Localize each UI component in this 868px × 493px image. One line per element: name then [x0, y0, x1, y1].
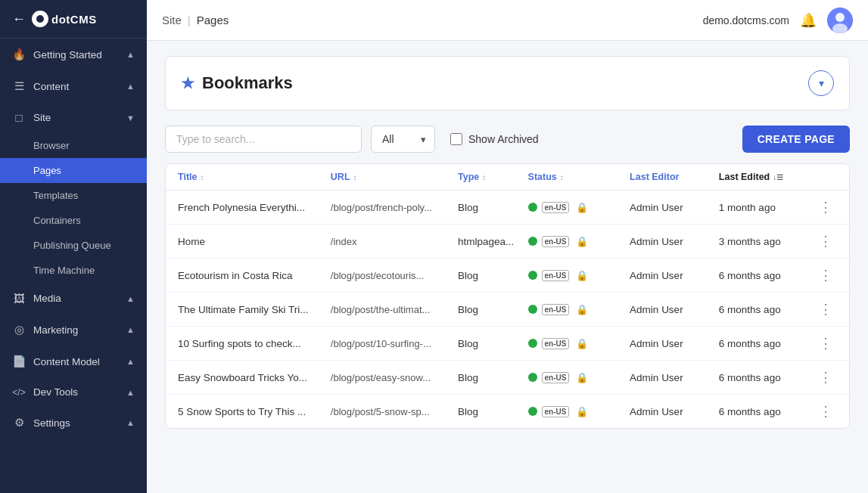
logo-dot-inner — [36, 15, 44, 23]
chevron-up-icon: ▲ — [126, 357, 135, 366]
cell-last-edited: 1 month ago — [719, 202, 814, 213]
sidebar-item-templates[interactable]: Templates — [0, 183, 147, 208]
chevron-down-icon: ▼ — [126, 113, 135, 122]
cell-url: /blog/post/10-surfing-... — [331, 338, 458, 349]
svg-point-1 — [835, 13, 845, 22]
sort-icon: ↕ — [353, 173, 357, 181]
sidebar-item-site[interactable]: □ Site ▼ — [0, 102, 147, 133]
sort-icon: ↕ — [482, 173, 486, 181]
filter-select[interactable]: All Blog Page — [371, 126, 435, 153]
lock-icon: 🔒 — [576, 236, 588, 247]
cell-url: /blog/post/ecotouris... — [331, 270, 458, 281]
sidebar-item-content[interactable]: ☰ Content ▲ — [0, 70, 147, 102]
th-type[interactable]: Type ↕ — [458, 172, 528, 182]
search-input[interactable] — [165, 126, 362, 153]
th-status[interactable]: Status ↕ — [528, 172, 630, 182]
table-row[interactable]: Easy Snowboard Tricks Yo... /blog/post/e… — [166, 361, 849, 395]
table-row[interactable]: The Ultimate Family Ski Tri... /blog/pos… — [166, 293, 849, 327]
cell-type: Blog — [458, 202, 528, 213]
show-archived-checkbox[interactable] — [450, 133, 462, 145]
row-more-button[interactable]: ⋮ — [814, 199, 837, 215]
row-more-button[interactable]: ⋮ — [814, 335, 837, 352]
row-more-button[interactable]: ⋮ — [814, 233, 837, 250]
breadcrumb-separator: | — [188, 14, 191, 26]
row-more-button[interactable]: ⋮ — [814, 301, 837, 318]
sidebar-item-content-model[interactable]: 📄 Content Model ▲ — [0, 346, 147, 377]
cell-url: /blog/post/french-poly... — [331, 202, 458, 213]
sidebar-item-pages[interactable]: Pages — [0, 158, 147, 183]
cell-type: Blog — [458, 270, 528, 281]
bookmarks-expand-button[interactable]: ▾ — [808, 70, 834, 96]
cell-type: Blog — [458, 372, 528, 383]
sidebar-item-getting-started[interactable]: 🔥 Getting Started ▲ — [0, 39, 147, 70]
status-dot-icon — [528, 271, 537, 280]
cell-last-editor: Admin User — [630, 338, 719, 349]
status-dot-icon — [528, 237, 537, 246]
cell-type: Blog — [458, 406, 528, 417]
sidebar-item-media[interactable]: 🖼 Media ▲ — [0, 283, 147, 314]
filter-select-wrapper: All Blog Page — [371, 126, 435, 153]
topbar-domain: demo.dotcms.com — [703, 14, 789, 26]
create-page-button[interactable]: CREATE PAGE — [742, 126, 850, 153]
th-actions — [814, 172, 837, 182]
sidebar-item-dev-tools[interactable]: </> Dev Tools ▲ — [0, 377, 147, 407]
table-controls: All Blog Page Show Archived CREATE PAGE — [165, 126, 850, 153]
main-content: Site | Pages demo.dotcms.com 🔔 ★ Bookmar… — [147, 0, 868, 493]
pages-table: Title ↕ URL ↕ Type ↕ Status ↕ Last Edito… — [165, 163, 850, 429]
row-more-button[interactable]: ⋮ — [814, 403, 837, 420]
bookmarks-heading: Bookmarks — [202, 73, 293, 93]
cell-title: The Ultimate Family Ski Tri... — [178, 304, 331, 315]
cell-type: Blog — [458, 304, 528, 315]
flame-icon: 🔥 — [12, 48, 26, 61]
user-avatar[interactable] — [827, 8, 853, 33]
sidebar-back-button[interactable]: ← — [12, 11, 26, 27]
table-row[interactable]: 10 Surfing spots to check... /blog/post/… — [166, 327, 849, 361]
cell-status: en-US 🔒 — [528, 202, 630, 213]
sidebar-subitem-label: Browser — [33, 140, 70, 151]
table-row[interactable]: French Polynesia Everythi... /blog/post/… — [166, 191, 849, 225]
cell-title: Easy Snowboard Tricks Yo... — [178, 372, 331, 383]
show-archived-label[interactable]: Show Archived — [450, 133, 539, 145]
sidebar-item-label: Getting Started — [33, 49, 102, 60]
sidebar-item-label: Content — [33, 81, 69, 92]
cell-url: /blog/post/the-ultimat... — [331, 304, 458, 315]
lock-icon: 🔒 — [576, 338, 588, 349]
sidebar-item-time-machine[interactable]: Time Machine — [0, 258, 147, 283]
sidebar-item-label: Content Model — [33, 356, 100, 367]
sidebar-item-marketing[interactable]: ◎ Marketing ▲ — [0, 314, 147, 346]
row-more-button[interactable]: ⋮ — [814, 369, 837, 386]
cell-last-editor: Admin User — [630, 304, 719, 315]
th-url[interactable]: URL ↕ — [331, 172, 458, 182]
table-row[interactable]: Ecotourism in Costa Rica /blog/post/ecot… — [166, 259, 849, 293]
sidebar-item-label: Site — [33, 112, 51, 123]
table-row[interactable]: Home /index htmlpagea... en-US 🔒 Admin U… — [166, 225, 849, 259]
sidebar-item-publishing-queue[interactable]: Publishing Queue — [0, 233, 147, 258]
notification-bell-icon[interactable]: 🔔 — [800, 12, 817, 29]
lang-badge: en-US — [542, 236, 570, 247]
sidebar-subitem-label: Publishing Queue — [33, 240, 111, 251]
sidebar-item-browser[interactable]: Browser — [0, 133, 147, 158]
marketing-icon: ◎ — [12, 323, 26, 336]
th-title[interactable]: Title ↕ — [178, 172, 331, 182]
th-last-edited[interactable]: Last Edited ↓☰ — [719, 172, 814, 182]
cell-url: /index — [331, 236, 458, 247]
sidebar-item-label: Dev Tools — [33, 386, 78, 398]
sidebar-item-containers[interactable]: Containers — [0, 208, 147, 233]
cell-title: 5 Snow Sports to Try This ... — [178, 406, 331, 417]
chevron-up-icon: ▲ — [126, 325, 135, 334]
media-icon: 🖼 — [12, 292, 26, 305]
cell-last-edited: 6 months ago — [719, 270, 814, 281]
topbar: Site | Pages demo.dotcms.com 🔔 — [147, 0, 868, 41]
sidebar: ← dotCMS 🔥 Getting Started ▲ ☰ Content ▲… — [0, 0, 147, 493]
cell-last-editor: Admin User — [630, 236, 719, 247]
cell-title: Ecotourism in Costa Rica — [178, 270, 331, 281]
lock-icon: 🔒 — [576, 202, 588, 213]
dev-tools-icon: </> — [12, 387, 26, 398]
sidebar-item-settings[interactable]: ⚙ Settings ▲ — [0, 407, 147, 439]
sidebar-subitem-label: Containers — [33, 215, 81, 226]
table-row[interactable]: 5 Snow Sports to Try This ... /blog/post… — [166, 395, 849, 428]
lang-badge: en-US — [542, 406, 570, 417]
sidebar-header: ← dotCMS — [0, 0, 147, 39]
row-more-button[interactable]: ⋮ — [814, 267, 837, 284]
cell-status: en-US 🔒 — [528, 372, 630, 383]
